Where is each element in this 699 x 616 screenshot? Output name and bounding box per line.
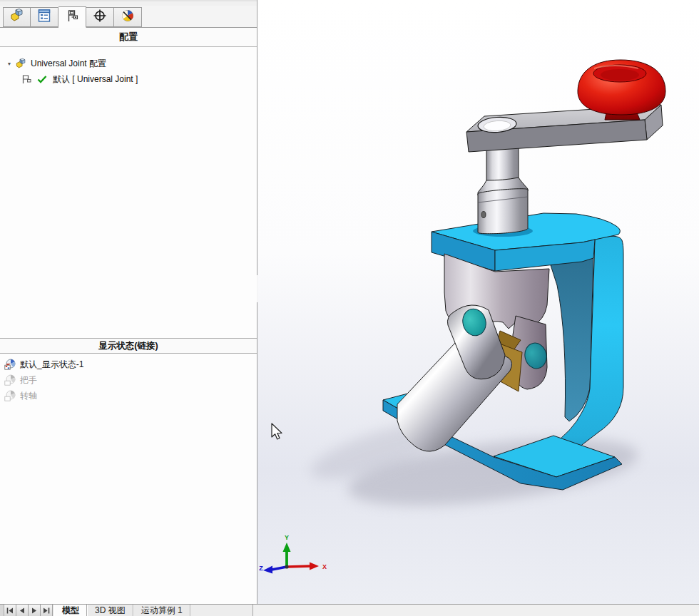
document-tabs: 模型 3D 视图 运动算例 1 bbox=[54, 605, 253, 616]
collar-pin-hole bbox=[481, 212, 486, 218]
first-tab-button[interactable] bbox=[4, 605, 16, 616]
display-states-header: 显示状态(链接) bbox=[0, 338, 257, 354]
mouse-cursor bbox=[270, 422, 284, 445]
manager-tab-strip bbox=[0, 6, 257, 28]
configuration-tree: ▼ Universal Joint 配置 bbox=[0, 47, 257, 87]
universal-joint[interactable] bbox=[397, 254, 549, 451]
tree-empty-space bbox=[0, 87, 257, 338]
tab-configuration-manager[interactable] bbox=[58, 6, 86, 28]
crank-shaft[interactable] bbox=[478, 146, 528, 234]
property-manager-tab-icon bbox=[36, 8, 52, 26]
display-state-icon bbox=[4, 390, 16, 401]
previous-tab-button[interactable] bbox=[16, 605, 29, 616]
tab-dimxpert-manager[interactable] bbox=[86, 7, 114, 27]
tree-root-label: Universal Joint 配置 bbox=[31, 58, 106, 70]
active-config-check-icon bbox=[36, 73, 50, 86]
display-manager-tab-icon bbox=[120, 8, 136, 26]
display-state-row[interactable]: 转轴 bbox=[0, 388, 257, 404]
triad-z-label: Z bbox=[259, 565, 263, 572]
display-state-row[interactable]: 把手 bbox=[0, 372, 257, 388]
configuration-manager-tab-icon bbox=[64, 8, 80, 26]
expand-arrow-icon[interactable]: ▼ bbox=[4, 61, 14, 66]
triad-origin bbox=[285, 565, 288, 568]
tab-motion-study[interactable]: 运动算例 1 bbox=[133, 605, 190, 616]
display-state-label: 把手 bbox=[20, 374, 37, 386]
reference-triad[interactable]: Y X Z bbox=[259, 534, 327, 574]
triad-z-arrow bbox=[263, 566, 272, 574]
tree-config-row[interactable]: 默认 [ Universal Joint ] bbox=[0, 71, 257, 87]
configuration-manager-panel: 配置 ▼ Universal Joint 配置 bbox=[0, 0, 257, 604]
configuration-flag-icon bbox=[20, 73, 34, 86]
last-tab-button[interactable] bbox=[41, 605, 53, 616]
solidworks-window: 配置 ▼ Universal Joint 配置 bbox=[0, 0, 699, 616]
next-icon bbox=[31, 607, 37, 614]
shaft-collar[interactable] bbox=[478, 189, 528, 234]
display-state-label: 默认_显示状态-1 bbox=[20, 359, 83, 371]
tab-feature-manager[interactable] bbox=[3, 7, 31, 27]
triad-y-label: Y bbox=[285, 534, 289, 541]
display-state-icon bbox=[4, 374, 16, 386]
universal-joint-model[interactable]: Y X Z bbox=[257, 0, 699, 604]
triad-z-axis[interactable] bbox=[272, 567, 287, 570]
triad-y-arrow bbox=[283, 543, 291, 552]
tab-model[interactable]: 模型 bbox=[54, 605, 87, 616]
last-icon bbox=[43, 607, 50, 614]
display-states-list: 默认_显示状态-1 把手 bbox=[0, 354, 257, 404]
panel-top-strip bbox=[0, 0, 257, 6]
frame-inner-face[interactable] bbox=[551, 257, 593, 421]
first-icon bbox=[6, 607, 14, 614]
tree-config-label: 默认 [ Universal Joint ] bbox=[53, 73, 138, 86]
tab-display-manager[interactable] bbox=[114, 7, 142, 27]
dimxpert-manager-tab-icon bbox=[92, 8, 108, 26]
display-state-icon bbox=[4, 359, 16, 370]
assembly-icon bbox=[14, 58, 28, 70]
previous-icon bbox=[19, 607, 25, 614]
triad-x-arrow bbox=[310, 563, 319, 570]
shaft-neck[interactable] bbox=[486, 146, 519, 181]
graphics-viewport[interactable]: Y X Z bbox=[257, 0, 699, 604]
panel-title: 配置 bbox=[0, 28, 257, 47]
tab-empty-stub bbox=[190, 605, 253, 616]
knob-dimple-inner bbox=[601, 69, 639, 81]
tree-root-row[interactable]: ▼ Universal Joint 配置 bbox=[0, 56, 257, 71]
next-tab-button[interactable] bbox=[29, 605, 41, 616]
status-bar: 模型 3D 视图 运动算例 1 bbox=[0, 604, 699, 616]
triad-x-label: X bbox=[322, 563, 327, 570]
tab-3d-views[interactable]: 3D 视图 bbox=[87, 605, 133, 616]
display-state-row[interactable]: 默认_显示状态-1 bbox=[0, 356, 257, 372]
triad-x-axis[interactable] bbox=[287, 566, 310, 567]
tab-property-manager[interactable] bbox=[31, 7, 58, 27]
display-state-label: 转轴 bbox=[20, 390, 37, 402]
feature-manager-tab-icon bbox=[9, 8, 25, 26]
